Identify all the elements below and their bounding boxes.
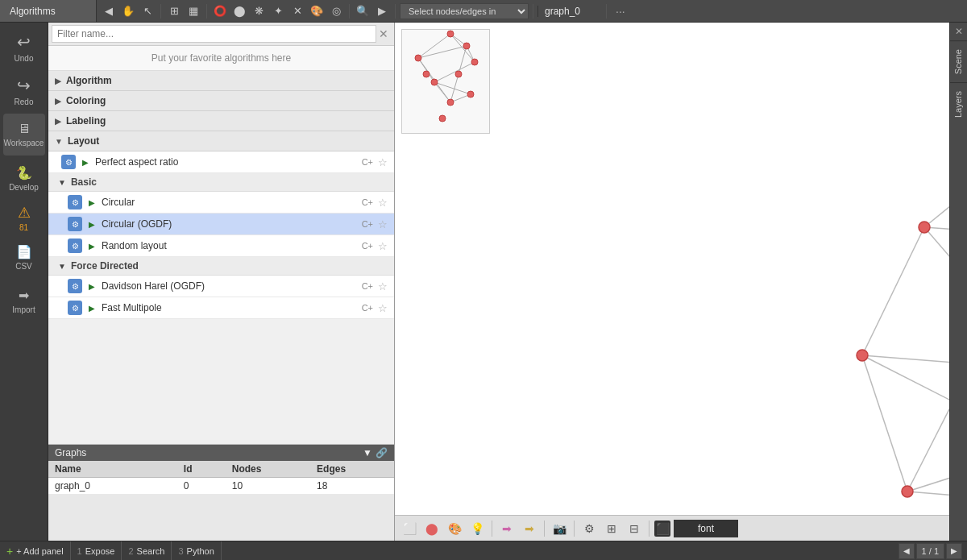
more-options-button[interactable]: ··· xyxy=(611,5,630,18)
workspace-button[interactable]: 🖥 Workspace xyxy=(3,114,45,156)
play-icon-circular[interactable]: ▶ xyxy=(85,196,98,209)
lasso-icon[interactable]: ⭕ xyxy=(211,2,229,20)
cursor-icon[interactable]: ↖ xyxy=(139,2,156,20)
csv-button[interactable]: 📄 CSV xyxy=(3,236,45,278)
delete-icon[interactable]: ✕ xyxy=(288,2,306,20)
play-icon-circular-ogdf[interactable]: ▶ xyxy=(85,218,98,230)
python-label: Python xyxy=(187,546,214,556)
graph-layout3-icon[interactable]: ⊟ xyxy=(625,519,644,538)
algo-item-random-layout[interactable]: ⚙ ▶ Random layout C+ ☆ xyxy=(48,235,394,257)
algo-name-circular-ogdf: Circular (OGDF) xyxy=(102,218,359,230)
node-icon[interactable]: ⬤ xyxy=(230,2,248,20)
svg-line-39 xyxy=(862,355,949,385)
algo-item-circular[interactable]: ⚙ ▶ Circular C+ ☆ xyxy=(48,192,394,214)
play-icon-fast-multipole[interactable]: ▶ xyxy=(85,301,98,314)
right-close-button[interactable]: ✕ xyxy=(950,23,967,40)
redo-label: Redo xyxy=(15,97,34,106)
graphs-link-icon[interactable]: 🔗 xyxy=(376,447,388,458)
import-button[interactable]: ➡ Import xyxy=(3,280,45,321)
star-icon-fast-multipole[interactable]: ☆ xyxy=(378,302,388,314)
tab-layers[interactable]: Layers xyxy=(950,82,967,126)
node3-icon[interactable]: ✦ xyxy=(269,2,287,20)
alert-icon: ⚠ xyxy=(18,204,31,222)
algo-item-circular-ogdf[interactable]: ⚙ ▶ Circular (OGDF) C+ ☆ xyxy=(48,214,394,235)
star-icon-perfect[interactable]: ☆ xyxy=(378,156,388,168)
filter-input[interactable] xyxy=(52,25,376,43)
page-next-button[interactable]: ▶ xyxy=(946,543,962,559)
camera-icon[interactable]: 📷 xyxy=(550,519,569,538)
svg-point-18 xyxy=(467,91,474,97)
palette-icon[interactable]: 🎨 xyxy=(445,519,464,538)
svg-line-33 xyxy=(907,385,949,492)
algo-item-davidson-harel[interactable]: ⚙ ▶ Davidson Harel (OGDF) C+ ☆ xyxy=(48,276,394,297)
basic-arrow-icon: ▼ xyxy=(58,178,66,187)
col-header-nodes[interactable]: Nodes xyxy=(226,461,310,478)
page-prev-button[interactable]: ◀ xyxy=(899,543,915,559)
color-wheel-icon[interactable]: ◎ xyxy=(327,2,345,20)
csv-icon: 📄 xyxy=(16,244,32,259)
nav-up-icon[interactable]: ✋ xyxy=(119,2,137,20)
expose-panel[interactable]: 1 Expose xyxy=(71,541,122,560)
col-header-id[interactable]: Id xyxy=(177,461,226,478)
paint-icon[interactable]: 🎨 xyxy=(308,2,326,20)
select-dropdown[interactable]: Select nodes/edges in xyxy=(400,3,529,19)
star-icon-circular[interactable]: ☆ xyxy=(378,197,388,209)
play-icon-perfect[interactable]: ▶ xyxy=(79,156,92,168)
grid2-icon[interactable]: ▦ xyxy=(185,2,202,20)
font-button[interactable]: font xyxy=(674,520,738,537)
nav-left-icon[interactable]: ◀ xyxy=(100,2,118,20)
svg-point-13 xyxy=(415,55,421,61)
light-icon[interactable]: 💡 xyxy=(467,519,487,538)
play-icon-davidson[interactable]: ▶ xyxy=(85,280,98,292)
status-nav: ◀ 1 / 1 ▶ xyxy=(894,543,967,559)
grid-icon[interactable]: ⊞ xyxy=(165,2,183,20)
category-coloring[interactable]: ▶ Coloring xyxy=(48,91,394,111)
col-header-name[interactable]: Name xyxy=(48,461,177,478)
undo-button[interactable]: ↩ Undo xyxy=(3,27,45,68)
color-red-icon[interactable]: ⬤ xyxy=(422,519,442,538)
color-black-icon[interactable]: ⬛ xyxy=(654,521,670,537)
rect-tool-icon[interactable]: ⬜ xyxy=(400,519,419,538)
category-layout[interactable]: ▼ Layout xyxy=(48,131,394,151)
graphs-down-icon[interactable]: ▼ xyxy=(363,447,372,458)
alert-button[interactable]: ⚠ 81 xyxy=(3,201,45,234)
arrow-right-icon[interactable]: ➡ xyxy=(497,519,517,538)
graph-layout-icon[interactable]: ⚙ xyxy=(579,519,599,538)
shortcut-circular-ogdf: C+ xyxy=(362,219,373,229)
play-icon-random[interactable]: ▶ xyxy=(85,239,98,252)
develop-button[interactable]: 🐍 Develop xyxy=(3,157,45,199)
star-icon-davidson[interactable]: ☆ xyxy=(378,280,388,292)
algo-item-perfect-aspect-ratio[interactable]: ⚙ ▶ Perfect aspect ratio C+ ☆ xyxy=(48,151,394,173)
search-label: Search xyxy=(137,546,165,556)
search-panel[interactable]: 2 Search xyxy=(122,541,172,560)
star-icon-circular-ogdf[interactable]: ☆ xyxy=(378,218,388,230)
category-labeling[interactable]: ▶ Labeling xyxy=(48,111,394,131)
subcategory-basic[interactable]: ▼ Basic xyxy=(48,173,394,192)
gear-icon-perfect: ⚙ xyxy=(61,155,76,169)
star-icon-random[interactable]: ☆ xyxy=(378,240,388,252)
graph-title-bar: graph_0 xyxy=(537,6,602,17)
algo-filter-bar: ✕ xyxy=(48,23,394,46)
svg-line-2 xyxy=(450,34,475,62)
nav-right-icon[interactable]: ▶ xyxy=(373,2,391,20)
zoom-icon[interactable]: 🔍 xyxy=(354,2,371,20)
table-row[interactable]: graph_0 0 10 18 xyxy=(48,478,394,495)
algo-item-fast-multipole[interactable]: ⚙ ▶ Fast Multipole C+ ☆ xyxy=(48,297,394,319)
favorite-text: Put your favorite algorithms here xyxy=(151,52,291,64)
filter-close-button[interactable]: ✕ xyxy=(376,27,391,41)
subcategory-force-directed[interactable]: ▼ Force Directed xyxy=(48,257,394,276)
arrow-right2-icon[interactable]: ➡ xyxy=(520,519,539,538)
add-panel-button[interactable]: + + Add panel xyxy=(0,541,71,560)
python-panel[interactable]: 3 Python xyxy=(172,541,221,560)
col-header-edges[interactable]: Edges xyxy=(310,461,394,478)
tab-scene[interactable]: Scene xyxy=(950,40,967,82)
graph-layout2-icon[interactable]: ⊞ xyxy=(602,519,621,538)
graph-title-text: graph_0 xyxy=(545,6,580,17)
svg-line-26 xyxy=(862,227,924,355)
category-algorithm[interactable]: ▶ Algorithm xyxy=(48,71,394,91)
svg-point-15 xyxy=(471,59,478,65)
svg-line-30 xyxy=(862,355,907,492)
node2-icon[interactable]: ❋ xyxy=(250,2,268,20)
algo-name-random: Random layout xyxy=(102,240,359,251)
redo-button[interactable]: ↪ Redo xyxy=(3,70,45,112)
